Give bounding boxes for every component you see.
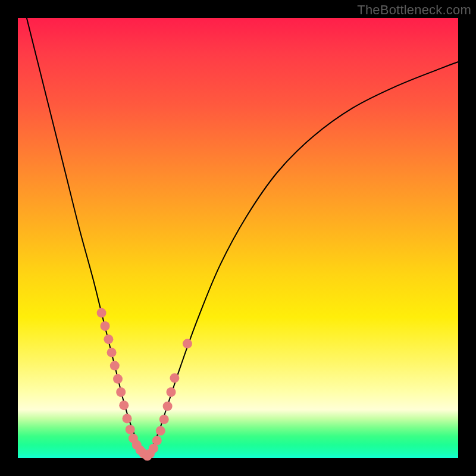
- chart-frame: TheBottleneck.com: [0, 0, 476, 476]
- data-marker: [107, 347, 117, 357]
- data-marker: [156, 426, 165, 436]
- marker-group: [97, 308, 192, 461]
- data-marker: [167, 387, 176, 397]
- data-marker: [97, 308, 107, 318]
- data-marker: [101, 321, 110, 331]
- watermark-text: TheBottleneck.com: [357, 2, 471, 18]
- plot-area: [18, 18, 458, 458]
- data-marker: [113, 374, 123, 384]
- curve-svg: [18, 18, 458, 458]
- data-marker: [159, 415, 169, 424]
- data-marker: [152, 436, 162, 445]
- data-marker: [183, 339, 192, 349]
- data-marker: [126, 425, 135, 434]
- data-marker: [170, 373, 179, 383]
- bottleneck-curve: [27, 18, 458, 458]
- data-marker: [110, 361, 120, 371]
- data-marker: [163, 402, 173, 411]
- data-marker: [104, 334, 113, 344]
- data-marker: [116, 387, 126, 397]
- data-marker: [123, 414, 132, 423]
- data-marker: [119, 400, 129, 410]
